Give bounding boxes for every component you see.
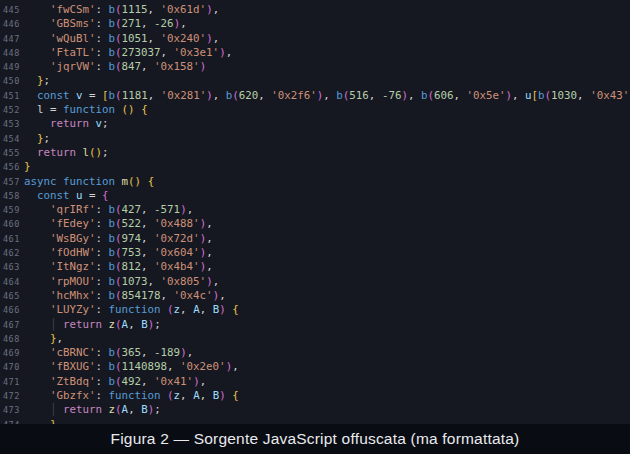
code-text: 'cBRNC': b(365, -189), — [24, 346, 193, 360]
code-text: }, — [24, 332, 63, 346]
code-line: 452 l = function () { — [0, 103, 630, 117]
code-text: 'GBSms': b(271, -26), — [24, 17, 187, 31]
code-text: }; — [24, 132, 50, 146]
code-line: 457async function m() { — [0, 175, 630, 189]
code-line: 466 'LUYZy': function (z, A, B) { — [0, 303, 630, 317]
code-line: 462 'fOdHW': b(753, '0x604'), — [0, 246, 630, 260]
line-number: 460 — [0, 217, 24, 231]
code-text: 'fOdHW': b(753, '0x604'), — [24, 246, 213, 260]
line-number: 452 — [0, 103, 24, 117]
code-text: l = function () { — [24, 103, 148, 117]
code-text: 'ItNgz': b(812, '0x4b4'), — [24, 260, 213, 274]
code-text: 'LUYZy': function (z, A, B) { — [24, 303, 239, 317]
code-line: 461 'WsBGy': b(974, '0x72d'), — [0, 232, 630, 246]
line-number: 469 — [0, 346, 24, 360]
code-text: │ return z(A, B); — [24, 318, 161, 332]
code-line: 463 'ItNgz': b(812, '0x4b4'), — [0, 260, 630, 274]
line-number: 454 — [0, 132, 24, 146]
code-text: │ return z(A, B); — [24, 403, 161, 417]
line-number: 448 — [0, 46, 24, 60]
code-line: 459 'qrIRf': b(427, -571), — [0, 203, 630, 217]
line-number: 466 — [0, 303, 24, 317]
line-number: 445 — [0, 3, 24, 17]
code-line: 468 }, — [0, 332, 630, 346]
code-line: 471 'ZtBdq': b(492, '0x41'), — [0, 375, 630, 389]
line-number: 463 — [0, 260, 24, 274]
line-number: 459 — [0, 203, 24, 217]
code-editor[interactable]: 445 'fwCSm': b(1115, '0x61d'),446 'GBSms… — [0, 0, 630, 424]
code-text: return l(); — [24, 146, 109, 160]
line-number: 457 — [0, 175, 24, 189]
code-text: 'ZtBdq': b(492, '0x41'), — [24, 375, 206, 389]
line-number: 465 — [0, 289, 24, 303]
line-number: 468 — [0, 332, 24, 346]
code-line: 448 'FtaTL': b(273037, '0x3e1'), — [0, 46, 630, 60]
code-line: 445 'fwCSm': b(1115, '0x61d'), — [0, 3, 630, 17]
code-line: 454 }; — [0, 132, 630, 146]
code-line: 456} — [0, 160, 630, 174]
line-number: 470 — [0, 360, 24, 374]
code-line: 465 'hcMhx': b(854178, '0x4c'), — [0, 289, 630, 303]
code-text: 'wQuBl': b(1051, '0x240'), — [24, 32, 219, 46]
code-line: 450 }; — [0, 74, 630, 88]
line-number: 449 — [0, 60, 24, 74]
code-line: 460 'fEdey': b(522, '0x488'), — [0, 217, 630, 231]
code-line: 458 const u = { — [0, 189, 630, 203]
code-text: 'jqrVW': b(847, '0x158') — [24, 60, 206, 74]
line-number: 453 — [0, 117, 24, 131]
code-text: 'WsBGy': b(974, '0x72d'), — [24, 232, 213, 246]
code-line: 473 │ return z(A, B); — [0, 403, 630, 417]
code-line: 446 'GBSms': b(271, -26), — [0, 17, 630, 31]
code-text: 'qrIRf': b(427, -571), — [24, 203, 193, 217]
code-text: 'fBXUG': b(1140898, '0x2e0'), — [24, 360, 239, 374]
line-number: 464 — [0, 275, 24, 289]
code-text: 'FtaTL': b(273037, '0x3e1'), — [24, 46, 232, 60]
line-number: 473 — [0, 403, 24, 417]
code-editor-window: 445 'fwCSm': b(1115, '0x61d'),446 'GBSms… — [0, 0, 630, 454]
line-number: 450 — [0, 74, 24, 88]
code-text: 'fEdey': b(522, '0x488'), — [24, 217, 213, 231]
line-number: 467 — [0, 318, 24, 332]
code-text: }; — [24, 74, 50, 88]
code-text: } — [24, 160, 31, 174]
code-line: 472 'Gbzfx': function (z, A, B) { — [0, 389, 630, 403]
code-text: async function m() { — [24, 175, 154, 189]
line-number: 456 — [0, 160, 24, 174]
code-line: 449 'jqrVW': b(847, '0x158') — [0, 60, 630, 74]
line-number: 446 — [0, 17, 24, 31]
code-text: const v = [b(1181, '0x281'), b(620, '0x2… — [24, 89, 630, 103]
code-line: 453 return v; — [0, 117, 630, 131]
line-number: 451 — [0, 89, 24, 103]
line-number: 447 — [0, 32, 24, 46]
line-number: 461 — [0, 232, 24, 246]
code-line: 455 return l(); — [0, 146, 630, 160]
line-number: 462 — [0, 246, 24, 260]
line-number: 472 — [0, 389, 24, 403]
line-number: 455 — [0, 146, 24, 160]
code-text: 'hcMhx': b(854178, '0x4c'), — [24, 289, 226, 303]
figure-caption-bar: Figura 2 — Sorgente JavaScript offuscata… — [0, 424, 630, 454]
code-line: 451 const v = [b(1181, '0x281'), b(620, … — [0, 89, 630, 103]
figure-caption: Figura 2 — Sorgente JavaScript offuscata… — [111, 430, 520, 448]
code-line: 469 'cBRNC': b(365, -189), — [0, 346, 630, 360]
line-number: 458 — [0, 189, 24, 203]
line-number: 471 — [0, 375, 24, 389]
code-line: 470 'fBXUG': b(1140898, '0x2e0'), — [0, 360, 630, 374]
code-text: 'Gbzfx': function (z, A, B) { — [24, 389, 239, 403]
code-text: const u = { — [24, 189, 109, 203]
code-line: 447 'wQuBl': b(1051, '0x240'), — [0, 32, 630, 46]
code-text: return v; — [24, 117, 109, 131]
code-line: 467 │ return z(A, B); — [0, 318, 630, 332]
code-text: 'fwCSm': b(1115, '0x61d'), — [24, 3, 219, 17]
code-text: 'rpMOU': b(1073, '0x805'), — [24, 275, 219, 289]
code-line: 464 'rpMOU': b(1073, '0x805'), — [0, 275, 630, 289]
